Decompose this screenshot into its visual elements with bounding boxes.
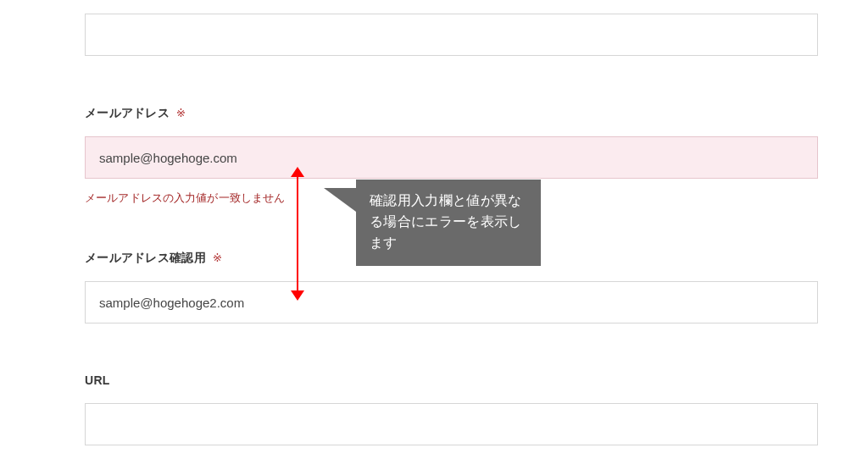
email-input[interactable]	[85, 136, 818, 179]
email-confirm-input[interactable]	[85, 281, 818, 323]
annotation-callout: 確認用入力欄と値が異なる場合にエラーを表示します	[356, 180, 541, 266]
url-label: URL	[85, 373, 110, 387]
url-input[interactable]	[85, 403, 818, 445]
annotation-callout-text: 確認用入力欄と値が異なる場合にエラーを表示します	[370, 193, 522, 250]
email-label: メールアドレス	[85, 106, 170, 121]
top-text-input[interactable]	[85, 14, 818, 56]
required-mark-icon: ※	[213, 252, 222, 264]
required-mark-icon: ※	[176, 107, 186, 119]
url-field-group: URL	[85, 373, 818, 445]
email-confirm-label: メールアドレス確認用	[85, 251, 206, 266]
